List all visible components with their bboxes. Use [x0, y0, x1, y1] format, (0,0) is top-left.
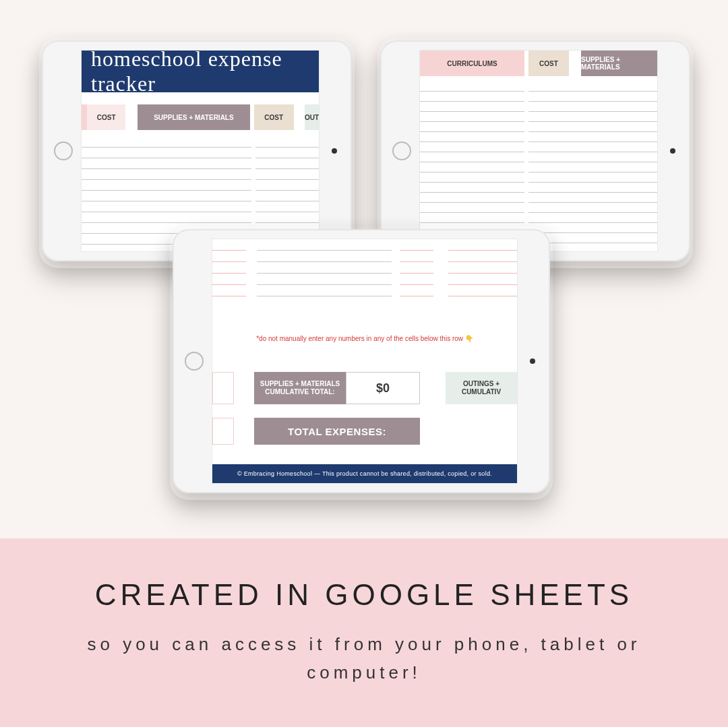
table-row	[448, 262, 518, 274]
total-expenses-value	[420, 418, 517, 445]
screen-middle: *do not manually enter any numbers in an…	[212, 239, 518, 484]
home-button-icon	[54, 141, 73, 160]
column-headers: COST SUPPLIES + MATERIALS COST OUT	[82, 104, 319, 130]
screen-right: CURRICULUMS COST SUPPLIES + MATERIALS	[419, 50, 658, 252]
table-row	[212, 251, 246, 262]
home-button-icon	[392, 141, 411, 160]
col-sliver	[82, 104, 87, 130]
table-row	[420, 132, 657, 142]
table-row	[82, 158, 319, 169]
supplies-total-value: $0	[346, 372, 420, 404]
tablet-middle: *do not manually enter any numbers in an…	[173, 229, 550, 493]
outings-total-label: OUTINGS + CUMULATIV	[446, 372, 517, 404]
camera-icon	[530, 358, 535, 364]
table-row	[420, 152, 657, 162]
table-row	[400, 285, 433, 296]
col-supplies: SUPPLIES + MATERIALS	[581, 51, 657, 76]
table-row	[82, 201, 319, 212]
promo-panel: CREATED IN GOOGLE SHEETS so you can acce…	[0, 538, 728, 727]
blank-cell	[212, 418, 234, 445]
promo-subtitle: so you can access it from your phone, ta…	[61, 631, 667, 687]
promo-title: CREATED IN GOOGLE SHEETS	[95, 578, 633, 612]
table-row	[448, 285, 518, 296]
table-row	[82, 137, 319, 148]
col-cost: COST	[254, 104, 294, 130]
table-row	[400, 274, 433, 285]
table-row	[420, 112, 657, 122]
table-row	[82, 169, 319, 180]
table-row	[448, 274, 518, 285]
table-row	[420, 102, 657, 112]
table-row	[420, 92, 657, 102]
supplies-total-label: SUPPLIES + MATERIALS CUMULATIVE TOTAL:	[254, 372, 346, 404]
table-row	[82, 148, 319, 158]
table-row	[420, 162, 657, 172]
camera-icon	[670, 148, 675, 154]
table-row	[400, 239, 433, 251]
home-button-icon	[185, 352, 204, 371]
total-expenses-label: TOTAL EXPENSES:	[254, 418, 420, 445]
table-row	[420, 193, 657, 203]
blank-cell	[212, 372, 234, 404]
sheet-title: homeschool expense tracker	[91, 50, 319, 96]
table-row	[212, 285, 246, 296]
table-row	[420, 203, 657, 213]
table-row	[212, 262, 246, 274]
table-row	[257, 274, 392, 285]
table-row	[82, 212, 319, 223]
table-row	[257, 262, 392, 274]
table-rows-partial	[212, 239, 517, 297]
table-row	[400, 251, 433, 262]
col-cost: COST	[528, 51, 569, 76]
table-row	[420, 142, 657, 152]
table-row	[448, 251, 518, 262]
column-headers: CURRICULUMS COST SUPPLIES + MATERIALS	[420, 51, 657, 76]
col-cost: COST	[87, 104, 127, 130]
camera-icon	[332, 148, 337, 154]
table-row	[420, 183, 657, 193]
table-row	[420, 82, 657, 92]
totals-row: SUPPLIES + MATERIALS CUMULATIVE TOTAL: $…	[212, 372, 517, 404]
col-outings: OUT	[305, 104, 319, 130]
col-supplies: SUPPLIES + MATERIALS	[138, 104, 249, 130]
sheet-title-bar: homeschool expense tracker	[82, 51, 319, 92]
table-rows	[420, 76, 657, 243]
table-row	[257, 285, 392, 296]
table-row	[82, 180, 319, 191]
copyright-footer: © Embracing Homeschool — This product ca…	[212, 464, 517, 483]
screen-left: homeschool expense tracker COST SUPPLIES…	[81, 50, 320, 252]
table-row	[420, 122, 657, 132]
table-row	[212, 274, 246, 285]
table-row	[400, 262, 433, 274]
table-row	[257, 239, 392, 251]
table-row	[212, 239, 246, 251]
table-row	[257, 251, 392, 262]
table-row	[448, 239, 518, 251]
warning-text: *do not manually enter any numbers in an…	[212, 335, 517, 342]
total-expenses-row: TOTAL EXPENSES:	[212, 418, 517, 445]
col-curriculums: CURRICULUMS	[420, 51, 524, 76]
table-row	[82, 191, 319, 201]
table-row	[420, 213, 657, 223]
table-row	[420, 172, 657, 183]
